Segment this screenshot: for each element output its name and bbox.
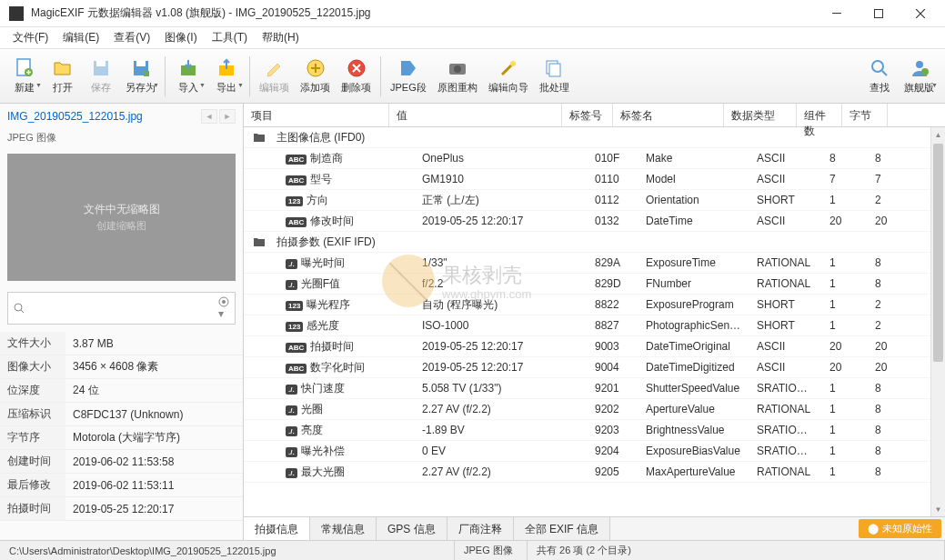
table-row[interactable]: ./.光圈F值 f/2.2 829D FNumber RATIONAL 1 8 <box>244 274 945 295</box>
table-row[interactable]: ./.快门速度 5.058 TV (1/33") 9201 ShutterSpe… <box>244 378 945 399</box>
bottom-tabs: 拍摄信息 常规信息 GPS 信息 厂商注释 全部 EXIF 信息 ⬤未知原始性 <box>244 516 945 540</box>
table-group-header[interactable]: 主图像信息 (IFD0) <box>244 127 945 148</box>
cell-value: 2019-05-25 12:20:17 <box>415 337 588 355</box>
tab-capture-info[interactable]: 拍摄信息 <box>244 517 310 540</box>
scroll-up-button[interactable]: ▲ <box>931 127 945 142</box>
new-button[interactable]: 新建▼ <box>5 52 44 101</box>
filename-row: IMG_20190525_122015.jpg ◄ ► <box>0 104 243 129</box>
table-row[interactable]: 123方向 正常 (上/左) 0112 Orientation SHORT 1 … <box>244 190 945 211</box>
col-value[interactable]: 值 <box>389 104 562 126</box>
find-button[interactable]: 查找 <box>860 52 899 101</box>
rebuild-button[interactable]: 原图重构 <box>432 52 483 101</box>
create-thumb-link[interactable]: 创建缩略图 <box>96 219 146 233</box>
scroll-down-button[interactable]: ▼ <box>931 502 945 516</box>
menu-help[interactable]: 帮助(H) <box>255 27 307 48</box>
tab-maker-notes[interactable]: 厂商注释 <box>447 517 514 540</box>
search-settings-button[interactable]: ▾ <box>213 293 235 324</box>
cell-datatype: RATIONAL <box>749 463 822 481</box>
close-button[interactable] <box>900 0 941 27</box>
saveas-button[interactable]: 另存为▼ <box>120 52 161 101</box>
col-datatype[interactable]: 数据类型 <box>724 104 797 126</box>
col-tagname[interactable]: 标签名 <box>613 104 724 126</box>
table-row[interactable]: ABC数字化时间 2019-05-25 12:20:17 9004 DateTi… <box>244 357 945 378</box>
table-row[interactable]: ABC修改时间 2019-05-25 12:20:17 0132 DateTim… <box>244 211 945 232</box>
separator <box>165 56 166 96</box>
table-row[interactable]: ABC拍摄时间 2019-05-25 12:20:17 9003 DateTim… <box>244 336 945 357</box>
tab-all-exif[interactable]: 全部 EXIF 信息 <box>514 517 610 540</box>
table-row[interactable]: ./.曝光补偿 0 EV 9204 ExposureBiasValue SRAT… <box>244 441 945 462</box>
menu-image[interactable]: 图像(I) <box>157 27 204 48</box>
search-field[interactable]: ▾ <box>7 292 236 325</box>
col-bytes[interactable]: 字节 <box>842 104 888 126</box>
cell-components: 20 <box>822 358 868 376</box>
wizard-button[interactable]: 编辑向导 <box>483 52 534 101</box>
prop-key: 字节序 <box>0 426 65 450</box>
import-button[interactable]: 导入▼ <box>169 52 207 101</box>
app-icon <box>9 6 24 21</box>
tab-general-info[interactable]: 常规信息 <box>310 517 377 540</box>
next-file-button[interactable]: ► <box>219 109 236 124</box>
prop-value: 2019-06-02 11:53:58 <box>65 450 243 474</box>
col-components[interactable]: 组件数 <box>797 104 842 126</box>
cell-tagnum: 0132 <box>588 212 638 230</box>
table-row[interactable]: 123曝光程序 自动 (程序曝光) 8822 ExposureProgram S… <box>244 295 945 315</box>
cell-tagnum: 9203 <box>588 421 638 439</box>
vertical-scrollbar[interactable]: ▲ ▼ <box>930 127 945 516</box>
tab-gps-info[interactable]: GPS 信息 <box>377 517 447 540</box>
search-input[interactable] <box>30 298 213 318</box>
table-row[interactable]: ./.曝光时间 1/33" 829A ExposureTime RATIONAL… <box>244 253 945 274</box>
property-row: 字节序Motorola (大端字节序) <box>0 426 243 450</box>
thumbnail-area[interactable]: 文件中无缩略图 创建缩略图 <box>7 154 236 281</box>
type-tag: ./. <box>286 426 297 436</box>
table-row[interactable]: ABC制造商 OnePlus 010F Make ASCII 8 8 <box>244 148 945 169</box>
cell-bytes: 7 <box>868 170 913 188</box>
cell-components: 1 <box>822 379 868 397</box>
table-group-header[interactable]: 拍摄参数 (EXIF IFD) <box>244 232 945 253</box>
additem-button[interactable]: 添加项 <box>295 52 336 101</box>
type-tag: 123 <box>286 196 303 206</box>
table-row[interactable]: ./.最大光圈 2.27 AV (f/2.2) 9205 MaxAperture… <box>244 462 945 483</box>
separator <box>249 56 250 96</box>
table-body[interactable]: 主图像信息 (IFD0) ABC制造商 OnePlus 010F Make AS… <box>244 127 945 516</box>
cell-components: 1 <box>822 421 868 439</box>
cell-tagname: BrightnessValue <box>638 421 749 439</box>
delitem-button[interactable]: 删除项 <box>336 52 377 101</box>
open-button[interactable]: 打开 <box>44 52 82 101</box>
originality-badge[interactable]: ⬤未知原始性 <box>859 519 941 538</box>
menu-file[interactable]: 文件(F) <box>5 27 55 48</box>
cell-datatype: ASCII <box>749 358 822 376</box>
prop-key: 位深度 <box>0 379 65 403</box>
cell-value: -1.89 BV <box>415 421 588 439</box>
cell-tagname: ExposureProgram <box>638 295 749 314</box>
main-area: IMG_20190525_122015.jpg ◄ ► JPEG 图像 文件中无… <box>0 104 945 540</box>
minimize-button[interactable] <box>816 0 858 27</box>
col-item[interactable]: 项目 <box>244 104 389 126</box>
cell-tagname: ShutterSpeedValue <box>638 379 749 397</box>
cell-datatype: ASCII <box>749 149 822 167</box>
batch-button[interactable]: 批处理 <box>534 52 575 101</box>
scrollbar-thumb[interactable] <box>933 144 943 362</box>
col-tagnum[interactable]: 标签号 <box>562 104 613 126</box>
edition-button[interactable]: 旗舰版▼ <box>899 52 940 101</box>
cell-bytes: 2 <box>868 316 913 335</box>
cell-datatype: SRATIONAL <box>749 442 822 460</box>
prev-file-button[interactable]: ◄ <box>201 109 217 124</box>
cell-datatype: RATIONAL <box>749 275 822 293</box>
table-row[interactable]: ./.亮度 -1.89 BV 9203 BrightnessValue SRAT… <box>244 420 945 441</box>
menu-tools[interactable]: 工具(T) <box>205 27 255 48</box>
user-icon <box>909 57 930 79</box>
cell-tagnum: 9004 <box>588 358 638 376</box>
table-row[interactable]: ABC型号 GM1910 0110 Model ASCII 7 7 <box>244 169 945 190</box>
wand-icon <box>498 57 519 79</box>
menu-edit[interactable]: 编辑(E) <box>55 27 106 48</box>
jpeg-button[interactable]: JPEG段 <box>385 52 432 101</box>
table-row[interactable]: 123感光度 ISO-1000 8827 PhotographicSensi..… <box>244 315 945 336</box>
svg-point-14 <box>510 61 516 66</box>
menu-view[interactable]: 查看(V) <box>106 27 157 48</box>
search-icon <box>8 299 30 317</box>
table-row[interactable]: ./.光圈 2.27 AV (f/2.2) 9202 ApertureValue… <box>244 399 945 420</box>
property-row: 文件大小3.87 MB <box>0 332 243 355</box>
export-button[interactable]: 导出▼ <box>207 52 246 101</box>
maximize-button[interactable] <box>858 0 900 27</box>
save-icon <box>90 57 112 79</box>
